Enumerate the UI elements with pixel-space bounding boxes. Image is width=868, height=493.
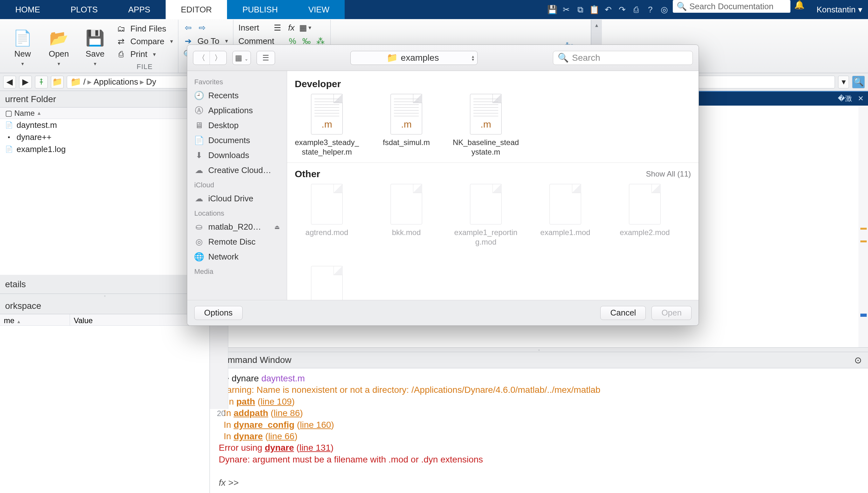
path-dropdown-button[interactable]: ▾	[838, 76, 849, 88]
log-icon: 📄	[5, 145, 13, 153]
editor-ruler	[859, 91, 868, 347]
file-tile[interactable]: .mNK_baseline_steadystate.m	[452, 94, 519, 157]
mod-file-icon	[470, 184, 502, 224]
sidebar-section-icloud: iCloud	[187, 178, 287, 191]
command-window-body[interactable]: >> dynare dayntest.m Warning: Name is no…	[210, 368, 868, 493]
section-other-title: OtherShow All (11)	[295, 169, 691, 179]
notifications-icon[interactable]: 🔔	[791, 0, 808, 19]
cloud-icon: ☁	[194, 194, 204, 203]
doc-search[interactable]: 🔍 Search Documentation	[673, 0, 791, 13]
path-seg-2[interactable]: Dy	[146, 77, 156, 87]
copy-icon[interactable]: ⧉	[575, 4, 586, 15]
quick-access-toolbar: 💾 ✂ ⧉ 📋 ↶ ↷ ⎙ ? ◎	[547, 0, 673, 19]
doc-actions-icon[interactable]: �激	[838, 94, 852, 103]
cut-icon[interactable]: ✂	[561, 4, 572, 15]
tab-editor[interactable]: EDITOR	[166, 0, 227, 19]
file-item[interactable]: 📄dayntest.m	[0, 119, 209, 131]
network-icon: 🌐	[194, 252, 204, 262]
tab-publish[interactable]: PUBLISH	[227, 0, 293, 19]
insert-section-icon: ☰	[272, 23, 282, 33]
find-files-button[interactable]: 🗂Find Files	[116, 23, 173, 34]
details-title[interactable]: etails⌃	[0, 275, 209, 294]
file-item[interactable]: ▪dynare++	[0, 131, 209, 143]
mod-file-icon	[550, 184, 581, 224]
file-list-header[interactable]: ▢ Name ▲	[0, 108, 209, 119]
panel-menu-icon[interactable]: ⊙	[854, 355, 862, 365]
sidebar-item-applications[interactable]: ⒶApplications	[187, 103, 287, 118]
insert-button[interactable]: Insert ☰ fx ▦	[239, 21, 325, 34]
file-item[interactable]: 📄example1.log	[0, 143, 209, 155]
tab-view[interactable]: VIEW	[293, 0, 344, 19]
dialog-forward-button[interactable]: 〉	[210, 51, 226, 65]
splitter-handle[interactable]: ◦	[0, 294, 209, 298]
tab-plots[interactable]: PLOTS	[55, 0, 113, 19]
chevron-down-icon: ▾	[94, 61, 96, 67]
open-folder-icon: 📂	[49, 29, 68, 47]
show-all-button[interactable]: Show All (11)	[646, 170, 691, 178]
undo-icon[interactable]: ↶	[603, 4, 614, 15]
compare-icon: ⇄	[116, 37, 126, 46]
nav-back-button[interactable]: ◀	[3, 76, 16, 88]
dialog-search-placeholder: Search	[572, 53, 600, 63]
group-by-button[interactable]: ☰	[257, 51, 275, 65]
current-folder-list: ▢ Name ▲ 📄dayntest.m ▪dynare++ 📄example1…	[0, 108, 209, 275]
workspace-header: me ▲ Value	[0, 314, 209, 326]
paste-icon[interactable]: 📋	[589, 4, 600, 15]
location-label: examples	[401, 53, 439, 63]
doc-search-placeholder: Search Documentation	[689, 2, 773, 12]
new-button[interactable]: 📄New▾	[5, 23, 40, 73]
file-tile-disabled: agtrend.mod	[293, 184, 360, 247]
save-icon[interactable]: 💾	[547, 4, 558, 15]
location-popup[interactable]: 📁 examples ▴▾	[350, 51, 477, 65]
doc-close-icon[interactable]: ✕	[858, 94, 864, 103]
options-button[interactable]: Options	[194, 306, 243, 320]
path-seg-1[interactable]: Applications	[93, 77, 138, 87]
file-tile[interactable]: .mfsdat_simul.m	[373, 94, 440, 157]
open-file-dialog: 〈 〉 ▦ ⌄ ☰ 📁 examples ▴▾ 🔍 Search Favorit…	[187, 45, 699, 326]
nav-fwd-button[interactable]: ▶	[19, 76, 32, 88]
open-button[interactable]: 📂Open▾	[41, 23, 76, 73]
insert-fx-icon: fx	[287, 23, 296, 33]
path-root: /	[83, 77, 86, 87]
search-icon: 🔍	[676, 2, 687, 12]
sidebar-item-recents[interactable]: 🕘Recents	[187, 88, 287, 103]
nav-browse-button[interactable]: 📁	[51, 76, 64, 88]
print-icon[interactable]: ⎙	[631, 4, 642, 15]
redo-icon[interactable]: ↷	[617, 4, 628, 15]
print-button[interactable]: ⎙Print	[116, 49, 173, 60]
nav-arrows[interactable]: ⇦⇨	[183, 21, 228, 34]
workspace-col-name[interactable]: me ▲	[0, 314, 70, 325]
sidebar-item-documents[interactable]: 📄Documents	[187, 133, 287, 148]
sidebar-item-remote-disc[interactable]: ◎Remote Disc	[187, 234, 287, 249]
sidebar-section-locations: Locations	[187, 206, 287, 219]
cloud-icon: ☁	[194, 166, 204, 175]
addons-icon[interactable]: ◎	[659, 4, 670, 15]
sidebar-item-creative-cloud[interactable]: ☁Creative Cloud…	[187, 163, 287, 178]
sidebar-item-icloud-drive[interactable]: ☁iCloud Drive	[187, 191, 287, 206]
help-icon[interactable]: ?	[645, 4, 655, 15]
dialog-back-button[interactable]: 〈	[193, 51, 210, 65]
tab-apps[interactable]: APPS	[113, 0, 165, 19]
command-prompt[interactable]: fx >>	[219, 478, 239, 488]
group-by-seg: ☰	[257, 51, 275, 65]
view-icons-button[interactable]: ▦ ⌄	[233, 51, 250, 65]
dialog-search[interactable]: 🔍 Search	[553, 51, 693, 65]
cancel-button[interactable]: Cancel	[600, 306, 646, 320]
sidebar-item-downloads[interactable]: ⬇Downloads	[187, 148, 287, 163]
file-group-label: FILE	[116, 61, 173, 73]
save-button[interactable]: 💾Save▾	[77, 23, 113, 73]
workspace-body	[0, 326, 209, 493]
sidebar-item-network[interactable]: 🌐Network	[187, 249, 287, 264]
eject-icon[interactable]: ⏏	[274, 223, 280, 231]
editor-cmd-splitter[interactable]: ◦	[210, 347, 868, 352]
search-path-button[interactable]: 🔍	[852, 76, 865, 88]
workspace-title: orkspace⊙	[0, 298, 209, 314]
sidebar-item-desktop[interactable]: 🖥Desktop	[187, 118, 287, 133]
file-tile[interactable]: .mexample3_steady_state_helper.m	[293, 94, 360, 157]
arrow-left-icon: ⇦	[183, 23, 193, 33]
compare-button[interactable]: ⇄Compare	[116, 36, 173, 47]
nav-up-button[interactable]: ⤉	[35, 76, 48, 88]
user-menu[interactable]: Konstantin ▾	[808, 0, 868, 19]
tab-home[interactable]: HOME	[0, 0, 55, 19]
sidebar-item-matlab-disk[interactable]: ⛀matlab_R20…⏏	[187, 219, 287, 234]
